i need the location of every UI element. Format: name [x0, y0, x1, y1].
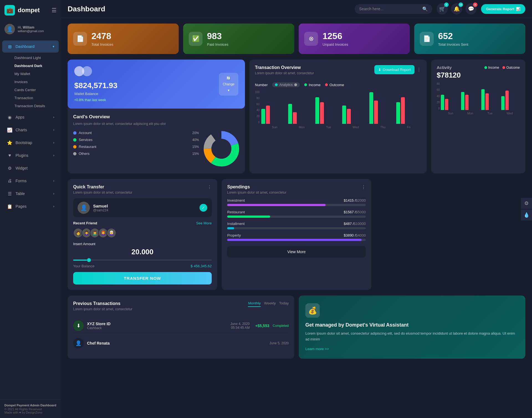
chevron-down-icon: ▾	[228, 88, 229, 92]
plugins-icon: ♥	[7, 152, 13, 158]
wallet-overview-card: $824,571.93 Wallet Balance +0.8% than la…	[68, 60, 245, 173]
tx-type: Cashback	[87, 326, 111, 330]
chevron-down-icon: ▾	[53, 45, 54, 48]
spend-header: Installment $487 /$10000	[227, 222, 366, 226]
tab-today[interactable]: Today	[279, 301, 289, 307]
sidebar-sub-item-dashboard-dark[interactable]: Dashboard Dark	[12, 62, 61, 70]
more-options-icon[interactable]: ⋮	[417, 67, 421, 72]
tx-details: XYZ Store ID Cashback	[87, 322, 111, 330]
search-input[interactable]	[359, 7, 420, 11]
spend-label: Restaurant	[227, 210, 245, 214]
chat-button[interactable]: 💬 8	[466, 3, 477, 14]
spend-item-restaurant: Restaurant $1567 /$5000	[227, 210, 366, 218]
tx-income-legend: Income	[304, 83, 321, 87]
sidebar-item-dashboard[interactable]: ⊞ Dashboard ▾	[2, 40, 59, 53]
sidebar-item-table[interactable]: ☰ Table ›	[2, 188, 59, 200]
more-options-icon[interactable]: ⋮	[207, 184, 212, 190]
bar-group-mon	[461, 92, 480, 110]
activity-title: Activity	[437, 65, 452, 70]
sidebar-sub-item-transaction-details[interactable]: Transaction Details	[12, 102, 61, 110]
spend-amount: $1567 /$5000	[344, 210, 366, 214]
tx-bar-wed	[342, 106, 367, 124]
sidebar-item-plugins[interactable]: ♥ Plugins ›	[2, 149, 59, 161]
activity-bar-labels: Sun Mon Tue Wed	[441, 112, 520, 115]
stat-cards: 📄 2478 Total Invoices ✅ 983 Paid Invoice…	[68, 24, 525, 54]
page-title: Dashboard	[68, 5, 105, 13]
chevron-right-icon: ›	[53, 179, 54, 183]
wallet-change-button[interactable]: 🔄 Change ▾	[219, 73, 238, 96]
legend-label-others: Others	[79, 152, 89, 156]
download-icon: ⬇	[378, 68, 381, 72]
tx-outcome-bar	[401, 97, 405, 124]
activity-bars-area: Sun Mon Tue Wed	[441, 82, 520, 115]
tab-monthly[interactable]: Monthly	[248, 301, 261, 307]
chevron-right-icon: ›	[53, 204, 54, 208]
wallet-info: $824,571.93 Wallet Balance +0.8% than la…	[74, 66, 214, 102]
amount-slider[interactable]	[73, 260, 212, 261]
sidebar-sub-item-dashboard-light[interactable]: Dashboard Light	[12, 54, 61, 62]
sidebar-item-widget[interactable]: ⚙ Widget	[2, 162, 59, 174]
legend-item-services: Services 40%	[73, 138, 199, 142]
see-all-button[interactable]: See More	[196, 221, 212, 225]
prev-tx-title-area: Previous Transactions Lorem ipsum dolor …	[73, 301, 132, 315]
balance-row: Your Balance $ 456,345.62	[73, 264, 212, 268]
view-more-button[interactable]: View More	[227, 246, 366, 258]
avatar: 👤	[4, 24, 15, 34]
cart-button[interactable]: 🛒 2	[437, 3, 448, 14]
charts-icon: 📈	[7, 127, 13, 133]
apps-icon: ◉	[7, 114, 13, 120]
chevron-right-icon: ›	[53, 153, 54, 157]
generate-report-button[interactable]: Generate Report 📊	[481, 4, 525, 14]
hamburger-icon[interactable]: ☰	[52, 7, 57, 14]
sidebar-item-apps[interactable]: ◉ Apps ›	[2, 111, 59, 123]
sidebar-item-pages[interactable]: 📋 Pages ›	[2, 200, 59, 212]
stat-info-sent: 652 Total Invoices Sent	[438, 31, 468, 47]
sidebar-item-forms[interactable]: 🖨 Forms ›	[2, 175, 59, 187]
chart-icon: 📊	[516, 7, 520, 11]
activity-bars	[441, 82, 520, 110]
amount-label: Insert Amount	[73, 242, 212, 246]
float-settings-button[interactable]: ⚙	[521, 198, 532, 209]
tx-income-bar	[342, 106, 346, 124]
more-options-icon[interactable]: ⋮	[361, 184, 366, 190]
legend-dot-services	[73, 138, 76, 142]
sidebar-sub-item-wallet[interactable]: My Wallet	[12, 70, 61, 78]
outcome-dot	[502, 66, 505, 69]
activity-legend: Income Outcome	[484, 66, 520, 70]
label-wed: Wed	[507, 112, 513, 115]
sidebar-sub-item-transaction[interactable]: Transaction	[12, 94, 61, 102]
bell-button[interactable]: 🔔 12	[451, 3, 462, 14]
overview-legend: Account 20% Services 40% Restaurant	[73, 131, 199, 168]
spend-amount: $3890 /$4000	[344, 233, 366, 237]
tx-outcome-bar	[266, 106, 270, 124]
overview-desc: Lorem ipsum dolor sit amet, consectetur …	[73, 121, 239, 126]
sidebar-logo: 💼 dompet ☰	[0, 0, 61, 20]
unpaid-invoices-label: Unpaid Invoices	[323, 42, 348, 47]
qt-title: Quick Transfer	[73, 184, 132, 189]
va-desc: Lorem ipsum dolor sit amet, consectetur …	[305, 331, 519, 342]
spendings-card: Spendings Lorem ipsum dolor sit amet, co…	[222, 179, 371, 290]
tx-bar-sun	[261, 106, 286, 124]
tx-date: June 4, 2020 05:34:45 AM	[114, 322, 250, 330]
float-theme-button[interactable]: 💧	[521, 209, 532, 220]
content-area: 📄 2478 Total Invoices ✅ 983 Paid Invoice…	[61, 18, 532, 418]
outcome-bar	[485, 93, 489, 110]
learn-more-link[interactable]: Learn more >>	[305, 347, 519, 351]
footer-copy: © 2021 All Rights Reserved	[4, 407, 57, 411]
sidebar-item-charts[interactable]: 📈 Charts ›	[2, 124, 59, 136]
tab-weekly[interactable]: Weekly	[264, 301, 276, 307]
amount-value: 20.000	[73, 248, 212, 256]
download-report-button[interactable]: ⬇ Download Report	[374, 65, 415, 74]
bar-group-sun	[441, 95, 459, 110]
quick-transfer-card: Quick Transfer Lorem ipsum dolor sit ame…	[68, 179, 217, 290]
tx-bars-area: Sun Mon Tue Wed Thu Fri	[261, 91, 421, 129]
transfer-now-button[interactable]: TRANSFER NOW	[73, 272, 212, 284]
sidebar-sub-item-invoices[interactable]: Invoices	[12, 78, 61, 86]
chevron-right-icon: ›	[53, 192, 54, 196]
tx-chart-area: 100 80 60 40 20 0	[255, 91, 421, 129]
analytics-toggle[interactable]: Analytics	[272, 82, 300, 87]
sidebar-item-label: Apps	[16, 115, 24, 119]
sidebar-sub-item-cards[interactable]: Cards Center	[12, 86, 61, 94]
label-mon: Mon	[299, 125, 305, 129]
sidebar-item-bootstrap[interactable]: ⭐ Bootstrap ›	[2, 137, 59, 149]
